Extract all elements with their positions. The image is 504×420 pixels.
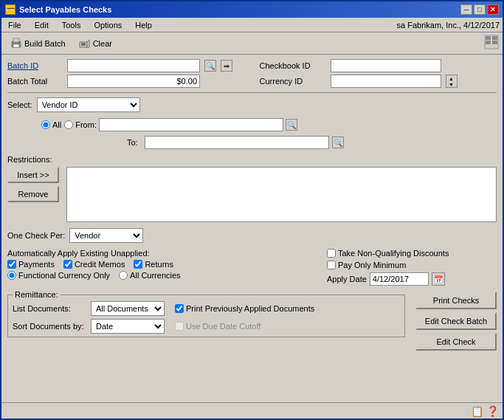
payments-label: Payments	[18, 260, 55, 269]
status-help-icon[interactable]: ❓	[486, 405, 499, 417]
clear-button[interactable]: Clear	[74, 35, 117, 52]
returns-label: Returns	[145, 260, 173, 269]
svg-rect-9	[486, 36, 491, 40]
menu-options[interactable]: Options	[90, 20, 125, 30]
sort-documents-select[interactable]: Date Document Number Amount	[91, 319, 165, 334]
main-content: Batch ID 🔍 ➡ Batch Total $0.00 Checkbook…	[1, 55, 503, 402]
toolbar: Build Batch Clear	[1, 32, 503, 55]
all-radio[interactable]	[41, 120, 50, 129]
remove-button[interactable]: Remove	[7, 186, 59, 202]
list-documents-select[interactable]: All Documents Summary Only No Documents	[91, 301, 165, 316]
one-check-per-label: One Check Per:	[7, 231, 65, 240]
status-info: sa Fabrikam, Inc., 4/12/2017	[397, 21, 500, 30]
from-radio[interactable]	[64, 120, 73, 129]
restrictions-label: Restrictions:	[7, 155, 52, 164]
pay-only-minimum-checkbox[interactable]	[327, 261, 336, 269]
svg-point-3	[18, 42, 20, 44]
print-checks-button[interactable]: Print Checks	[415, 292, 497, 309]
functional-currency-radio[interactable]	[7, 271, 16, 280]
batch-id-input[interactable]	[67, 59, 200, 72]
from-radio-label: From:	[75, 120, 97, 129]
list-documents-label: List Documents:	[13, 304, 86, 313]
menu-bar: File Edit Tools Options Help sa Fabrikam…	[1, 18, 503, 32]
build-batch-label: Build Batch	[24, 39, 66, 48]
batch-id-arrow-icon[interactable]: ➡	[221, 60, 232, 72]
window-icon: 💳	[5, 4, 15, 15]
calendar-icon[interactable]: 📅	[432, 272, 445, 286]
currency-down-icon[interactable]: ▼	[446, 81, 457, 87]
svg-marker-5	[87, 40, 89, 47]
apply-date-label: Apply Date	[327, 275, 367, 283]
sort-documents-label: Sort Documents by:	[13, 322, 86, 331]
checkbook-id-input[interactable]	[331, 59, 441, 72]
take-non-qualifying-checkbox[interactable]	[327, 249, 336, 258]
remittance-title: Remittance:	[13, 290, 61, 299]
checkbook-id-label: Checkbook ID	[260, 61, 326, 70]
batch-id-search-icon[interactable]: 🔍	[204, 60, 216, 72]
to-input[interactable]	[145, 136, 329, 149]
currency-up-icon[interactable]: ▲	[446, 75, 457, 81]
to-label: To:	[127, 138, 142, 147]
status-company: Fabrikam, Inc.	[407, 21, 459, 30]
clear-label: Clear	[93, 39, 112, 48]
insert-button[interactable]: Insert >>	[7, 167, 59, 183]
print-icon	[10, 38, 22, 49]
edit-check-batch-button[interactable]: Edit Check Batch	[415, 312, 497, 330]
svg-rect-10	[486, 41, 491, 44]
menu-file[interactable]: File	[4, 20, 25, 30]
svg-rect-2	[13, 44, 19, 47]
status-document-icon[interactable]: 📋	[471, 405, 483, 417]
status-bar: 📋 ❓	[1, 402, 503, 419]
returns-checkbox[interactable]	[134, 260, 142, 269]
svg-rect-12	[492, 41, 497, 44]
apply-date-input[interactable]: 4/12/2017	[370, 272, 429, 286]
close-button[interactable]: ✕	[487, 4, 499, 15]
to-search-icon[interactable]: 🔍	[332, 137, 344, 148]
select-label: Select:	[7, 100, 32, 109]
select-dropdown[interactable]: Vendor ID Document Number Due Date Docum…	[37, 97, 140, 112]
menu-help[interactable]: Help	[131, 20, 156, 30]
all-currencies-radio[interactable]	[119, 271, 128, 280]
currency-spinner[interactable]: ▲ ▼	[446, 75, 458, 88]
all-currencies-label: All Currencies	[130, 271, 180, 280]
menu-edit[interactable]: Edit	[31, 20, 52, 30]
menu-tools[interactable]: Tools	[58, 20, 85, 30]
print-previously-label: Print Previously Applied Documents	[186, 304, 314, 313]
credit-memos-checkbox[interactable]	[63, 260, 72, 269]
edit-check-button[interactable]: Edit Check	[415, 333, 497, 351]
svg-rect-11	[492, 36, 497, 40]
svg-rect-1	[13, 38, 19, 42]
minimize-button[interactable]: ─	[460, 4, 472, 15]
auto-apply-title: Automatically Apply Existing Unapplied:	[7, 249, 320, 258]
divider-1	[7, 92, 497, 93]
restrictions-box	[66, 167, 497, 222]
batch-total-label: Batch Total	[7, 77, 63, 86]
use-due-date-checkbox	[175, 322, 184, 331]
remittance-section: Remittance: List Documents: All Document…	[7, 295, 405, 337]
pay-only-minimum-label: Pay Only Minimum	[338, 261, 406, 269]
one-check-per-select[interactable]: Vendor Transaction	[69, 228, 143, 243]
right-buttons: Print Checks Edit Check Batch Edit Check	[415, 292, 497, 351]
payments-checkbox[interactable]	[7, 260, 16, 269]
window-title: Select Payables Checks	[19, 5, 111, 14]
build-batch-button[interactable]: Build Batch	[5, 35, 71, 52]
from-input[interactable]	[99, 118, 283, 131]
batch-total-input[interactable]: $0.00	[67, 75, 200, 88]
currency-id-label: Currency ID	[260, 77, 326, 86]
title-buttons: ─ □ ✕	[460, 4, 499, 15]
status-date: 4/12/2017	[463, 21, 500, 30]
currency-id-input[interactable]	[331, 75, 441, 88]
functional-currency-label: Functional Currency Only	[18, 271, 110, 280]
maximize-button[interactable]: □	[474, 4, 486, 15]
print-previously-checkbox[interactable]	[175, 304, 184, 313]
use-due-date-label: Use Due Date Cutoff	[186, 322, 260, 331]
clear-icon	[79, 38, 91, 49]
all-radio-label: All	[52, 120, 61, 129]
status-user: sa	[397, 21, 406, 30]
take-non-qualifying-label: Take Non-Qualifying Discounts	[338, 249, 449, 258]
from-search-icon[interactable]: 🔍	[286, 119, 297, 131]
toolbar-help-icon[interactable]	[484, 35, 499, 52]
batch-id-label[interactable]: Batch ID	[7, 61, 63, 70]
main-window: 💳 Select Payables Checks ─ □ ✕ File Edit…	[0, 0, 504, 420]
title-bar: 💳 Select Payables Checks ─ □ ✕	[1, 1, 503, 18]
